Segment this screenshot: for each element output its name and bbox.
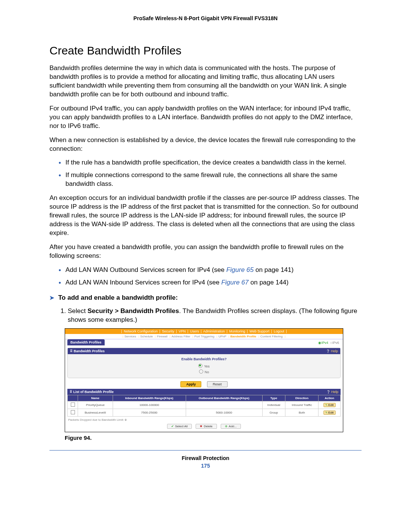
nav-netconf[interactable]: Network Configuration (124, 329, 158, 333)
delete-button[interactable]: ✖Delete (196, 424, 217, 429)
para-2: For outbound IPv4 traffic, you can apply… (49, 104, 362, 131)
nav-security[interactable]: Security (162, 329, 175, 333)
radio-ipv4-icon[interactable]: ◉ (318, 341, 321, 345)
para-3: When a new connection is established by … (49, 136, 362, 153)
enable-question: Enable Bandwidth Profiles? (71, 357, 337, 361)
nav-vpn[interactable]: VPN (178, 329, 186, 333)
bullet-3: Add LAN WAN Outbound Services screen for… (59, 266, 362, 275)
bullet-2: If multiple connections correspond to th… (59, 171, 362, 189)
row-checkbox[interactable] (71, 403, 75, 407)
step-1: Select Security > Bandwidth Profiles. Th… (68, 307, 362, 324)
subnav-schedule[interactable]: Schedule (140, 335, 153, 338)
subnav-services[interactable]: Services (124, 335, 136, 338)
edit-button[interactable]: Edit (323, 403, 336, 407)
table-row: BusinessLevelII 7500-25000 5000-10000 Gr… (68, 409, 341, 416)
row-checkbox[interactable] (71, 410, 75, 414)
para-4: An exception occurs for an individual ba… (49, 194, 362, 238)
subnav-addrfilter[interactable]: Address Filter (172, 335, 190, 338)
bullet-1: If the rule has a bandwidth profile spec… (59, 158, 362, 167)
add-button[interactable]: ⊕Add... (221, 424, 241, 429)
para-1: Bandwidth profiles determine the way in … (49, 64, 362, 99)
reset-button[interactable]: Reset (207, 381, 228, 387)
col-inbound: Inbound Bandwidth Range(Kbps) (113, 395, 186, 401)
figure-caption: Figure 94. (65, 435, 362, 441)
bw-profile-table: Name Inbound Bandwidth Range(Kbps) Outbo… (67, 395, 341, 417)
sub-nav: ::Services ::Schedule ::Firewall ::Addre… (65, 334, 343, 339)
drop-note: Packets Dropped due to Bandwidth Limit: … (68, 418, 340, 422)
figure-67-link[interactable]: Figure 67 (221, 279, 249, 286)
nav-admin[interactable]: Administration (203, 329, 225, 333)
apply-button[interactable]: Apply (180, 381, 201, 387)
subnav-bwprofile[interactable]: Bandwidth Profile (230, 335, 256, 338)
table-row: PriorityQueue 10000-100000 Individual In… (68, 401, 341, 409)
col-outbound: Outbound Bandwidth Range(Kbps) (186, 395, 262, 401)
page-title: Create Bandwidth Profiles (49, 44, 362, 57)
ipv4-label[interactable]: IPv4 (322, 341, 328, 345)
subnav-contentfilter[interactable]: Content Filtering (260, 335, 283, 338)
radio-no[interactable] (199, 369, 203, 374)
tab-bandwidth-profiles[interactable]: Bandwidth Profiles (67, 339, 105, 345)
nav-users[interactable]: Users (190, 329, 199, 333)
top-nav: | Network Configuration | Security | VPN… (65, 329, 343, 334)
nav-monitor[interactable]: Monitoring (229, 329, 245, 333)
select-all-button[interactable]: ✔Select All (167, 424, 192, 429)
para-5: After you have created a bandwidth profi… (49, 243, 362, 260)
page-number: 175 (49, 463, 362, 469)
figure-94-screenshot: | Network Configuration | Security | VPN… (65, 328, 343, 432)
horizontal-rule (49, 450, 362, 451)
footer-title: Firewall Protection (182, 455, 229, 461)
subnav-porttrigger[interactable]: Port Triggering (194, 335, 214, 338)
subnav-firewall[interactable]: Firewall (157, 335, 167, 338)
panel-list-title: ⠿ List of Bandwidth Profile (70, 390, 114, 394)
radio-yes[interactable] (198, 364, 202, 368)
doc-header: ProSafe Wireless-N 8-Port Gigabit VPN Fi… (49, 15, 362, 21)
ipv6-label[interactable]: IPv6 (332, 341, 339, 345)
nav-logout[interactable]: Logout (274, 329, 284, 333)
help-link-2[interactable]: Help (327, 390, 338, 394)
help-link-1[interactable]: Help (326, 349, 338, 353)
nav-websupport[interactable]: Web Support (250, 329, 269, 333)
figure-65-link[interactable]: Figure 65 (226, 266, 254, 273)
col-action: Action (319, 395, 341, 401)
bullet-4: Add LAN WAN Inbound Services screen for … (59, 278, 362, 287)
subnav-upnp[interactable]: UPnP (218, 335, 226, 338)
procedure-heading: To add and enable a bandwidth profile: (49, 294, 362, 302)
col-type: Type (262, 395, 285, 401)
col-name: Name (78, 395, 113, 401)
panel-bwprofiles-title: ⠿ Bandwidth Profiles (70, 349, 105, 353)
col-direction: Direction (285, 395, 319, 401)
edit-button[interactable]: Edit (323, 411, 336, 415)
